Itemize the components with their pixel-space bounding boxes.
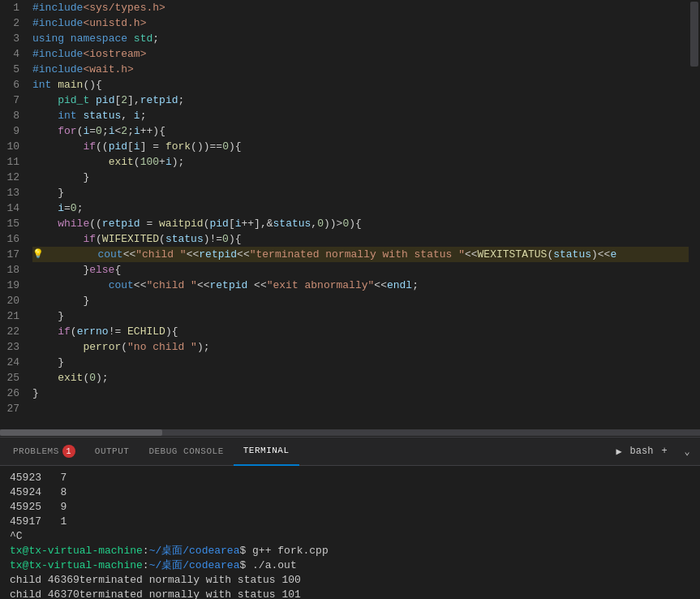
panel-tabs: PROBLEMS 1 OUTPUT DEBUG CONSOLE TERMINAL…: [0, 437, 700, 466]
code-line-3: using namespace std;: [32, 31, 689, 46]
code-line-13: }: [32, 185, 689, 200]
problems-badge: 1: [62, 445, 75, 458]
tab-debug-console[interactable]: DEBUG CONSOLE: [139, 437, 233, 466]
terminal-chevron-button[interactable]: ⌄: [677, 442, 697, 461]
line-numbers: 1 2 3 4 5 6 7 8 9 10 11 12 13 14 15 16 1…: [0, 0, 29, 429]
code-line-14: i=0;: [32, 200, 689, 216]
code-line-20: }: [32, 293, 689, 308]
add-terminal-button[interactable]: +: [655, 442, 674, 461]
tab-output[interactable]: OUTPUT: [85, 437, 140, 466]
editor-scrollbar[interactable]: [689, 0, 700, 429]
run-terminal-button[interactable]: ▶: [609, 442, 629, 461]
code-line-9: for(i=0;i<2;i++){: [32, 123, 689, 139]
code-line-23: perror("no child ");: [32, 339, 689, 355]
code-line-5: #include<wait.h>: [32, 62, 689, 77]
terminal-line-1: 45923 7: [10, 471, 690, 485]
terminal-line-6: tx@tx-virtual-machine:~/桌面/codearea$ g++…: [10, 544, 690, 558]
bottom-panel: PROBLEMS 1 OUTPUT DEBUG CONSOLE TERMINAL…: [0, 437, 700, 599]
code-line-25: exit(0);: [32, 370, 689, 386]
h-scroll-thumb[interactable]: [0, 429, 162, 436]
panel-tab-actions: ▶ bash + ⌄: [609, 442, 697, 461]
terminal-line-2: 45924 8: [10, 485, 690, 500]
terminal-line-4: 45917 1: [10, 515, 690, 529]
code-line-19: cout<<"child "<<retpid <<"exit abnormall…: [32, 278, 689, 293]
terminal-line-9: child 46370terminated normally with stat…: [10, 588, 690, 599]
terminal-line-7: tx@tx-virtual-machine:~/桌面/codearea$ ./a…: [10, 558, 690, 573]
code-line-16: if(WIFEXITED(status)!=0){: [32, 231, 689, 247]
code-line-18: }else{: [32, 262, 689, 278]
code-line-7: pid_t pid[2],retpid;: [32, 93, 689, 108]
code-line-27: [32, 401, 689, 416]
tab-debug-label: DEBUG CONSOLE: [148, 446, 223, 456]
code-line-21: }: [32, 308, 689, 324]
tab-terminal[interactable]: TERMINAL: [234, 437, 299, 466]
code-line-1: #include<sys/types.h>: [32, 0, 689, 15]
code-line-12: }: [32, 170, 689, 185]
code-line-2: #include<unistd.h>: [32, 15, 689, 31]
code-line-8: int status, i;: [32, 108, 689, 123]
editor-area: 1 2 3 4 5 6 7 8 9 10 11 12 13 14 15 16 1…: [0, 0, 700, 429]
code-line-6: int main(){: [32, 77, 689, 93]
editor-h-scrollbar[interactable]: [0, 429, 700, 437]
code-line-4: #include<iostream>: [32, 46, 689, 62]
tab-output-label: OUTPUT: [95, 446, 130, 456]
terminal-line-3: 45925 9: [10, 500, 690, 515]
terminal-line-8: child 46369terminated normally with stat…: [10, 573, 690, 588]
scroll-thumb[interactable]: [690, 2, 698, 67]
code-line-22: if(errno!= ECHILD){: [32, 324, 689, 339]
code-line-26: }: [32, 386, 689, 401]
tab-problems-label: PROBLEMS: [13, 446, 59, 456]
code-line-11: exit(100+i);: [32, 154, 689, 170]
code-content[interactable]: #include<sys/types.h> #include<unistd.h>…: [29, 0, 689, 429]
code-line-17: 💡 cout<<"child "<<retpid<<"terminated no…: [32, 247, 689, 262]
bash-label[interactable]: bash: [632, 442, 651, 461]
terminal-output[interactable]: 45923 7 45924 8 45925 9 45917 1 ^C tx@tx…: [0, 466, 700, 599]
tab-problems[interactable]: PROBLEMS 1: [3, 437, 85, 466]
terminal-line-5: ^C: [10, 529, 690, 544]
plus-icon: +: [661, 446, 667, 457]
run-icon: ▶: [616, 446, 621, 458]
code-line-24: }: [32, 355, 689, 370]
chevron-down-icon: ⌄: [684, 446, 689, 458]
bash-text: bash: [630, 446, 654, 457]
tab-terminal-label: TERMINAL: [243, 446, 290, 455]
code-line-15: while((retpid = waitpid(pid[i++],&status…: [32, 216, 689, 231]
code-line-10: if((pid[i] = fork())==0){: [32, 139, 689, 154]
